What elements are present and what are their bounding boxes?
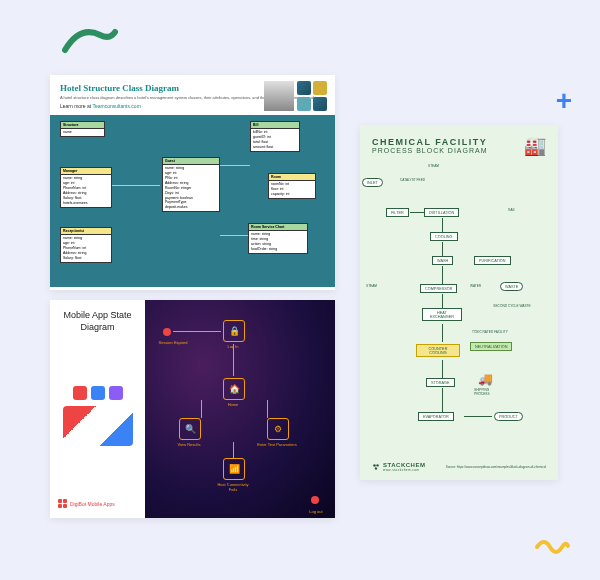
state-wifi: 📶 bbox=[223, 458, 245, 480]
mobile-illustration bbox=[58, 333, 137, 499]
state-label-enter: Enter Test Parameters bbox=[257, 442, 297, 447]
decoration-squiggle-green bbox=[60, 20, 120, 60]
chem-header: CHEMICAL FACILITY PROCESS BLOCK DIAGRAM … bbox=[360, 125, 558, 160]
chem-node-filter: FILTER bbox=[386, 208, 409, 217]
state-label-session: Session Expired bbox=[153, 340, 193, 345]
chem-node-cooling: COOLING bbox=[430, 232, 458, 241]
chem-node-purification: PURIFICATION bbox=[474, 256, 511, 265]
chem-label-second-cycle: SECOND CYCLE WASTE bbox=[490, 304, 534, 308]
chem-label-steam2: STEAM bbox=[366, 284, 377, 288]
chem-node-waste: WASTE bbox=[500, 282, 523, 291]
building-photo-icon bbox=[264, 81, 294, 111]
chemical-diagram-card[interactable]: CHEMICAL FACILITY PROCESS BLOCK DIAGRAM … bbox=[360, 125, 558, 480]
chem-label-toxic: TOXIC RATED FACILITY bbox=[472, 330, 508, 334]
chem-label-catalyst: CATALYST FEED bbox=[400, 178, 425, 182]
chem-node-evaporator: EVAPORATOR bbox=[418, 412, 454, 421]
mobile-title: Mobile App State Diagram bbox=[58, 310, 137, 333]
molecule-icon bbox=[372, 463, 380, 471]
start-dot-icon bbox=[163, 328, 171, 336]
uml-class-room-service: Room Service Chartname: string time: str… bbox=[248, 223, 308, 254]
chem-node-inlet: INLET bbox=[362, 178, 383, 187]
state-label-view: View Results bbox=[169, 442, 209, 447]
gear-icon bbox=[73, 386, 87, 400]
chem-title: CHEMICAL FACILITY bbox=[372, 137, 546, 147]
state-label-home: Home bbox=[213, 402, 253, 407]
chem-credit: Source: https://www.conceptdraw.com/exam… bbox=[446, 465, 546, 469]
uml-class-manager: Managername: string age: int PhoneNum: i… bbox=[60, 167, 112, 207]
mobile-sidebar: Mobile App State Diagram DigiBot Mobile … bbox=[50, 300, 145, 518]
lightbulb-icon bbox=[109, 386, 123, 400]
state-view-result: 🔍 bbox=[179, 418, 201, 440]
mobile-state-canvas: Session Expired 🔒 Log In 🏠 Home 🔍 View R… bbox=[145, 300, 335, 518]
uml-class-guest: Guestname: string age: int PNo: int Addr… bbox=[162, 157, 220, 212]
decoration-squiggle-yellow bbox=[532, 532, 572, 562]
uml-class-bill: BillbillNo: int guestID: int total: floa… bbox=[250, 121, 300, 152]
chem-brand: STACKCHEM www.stackchem.com bbox=[372, 462, 425, 472]
factory-icon: 🏭 bbox=[524, 135, 546, 157]
chem-node-storage: STORAGE bbox=[426, 378, 455, 387]
chem-node-product: PRODUCT bbox=[494, 412, 523, 421]
chem-node-heat: HEAT EXCHANGER bbox=[422, 308, 462, 321]
chem-node-compressor: COMPRESSOR bbox=[420, 284, 457, 293]
state-login: 🔒 bbox=[223, 320, 245, 342]
mobile-brand: DigiBot Mobile Apps bbox=[58, 499, 137, 508]
chem-node-neutralization: NEUTRALIZATION bbox=[470, 342, 512, 351]
state-home: 🏠 bbox=[223, 378, 245, 400]
state-enter-test: ⚙ bbox=[267, 418, 289, 440]
brand-logo-icon bbox=[58, 499, 67, 508]
chem-node-counter-cooling: COUNTER COOLING bbox=[416, 344, 460, 357]
chem-subtitle: PROCESS BLOCK DIAGRAM bbox=[372, 147, 546, 154]
chem-footer: STACKCHEM www.stackchem.com Source: http… bbox=[372, 462, 546, 472]
people-illustration-icon bbox=[63, 406, 133, 446]
chem-node-wash: WASH bbox=[432, 256, 453, 265]
chem-label-steam: STEAM bbox=[428, 164, 439, 168]
chem-label-shipping: SHIPPING PROCESS bbox=[474, 388, 504, 396]
hotel-uml-canvas: Structurename Managername: string age: i… bbox=[50, 115, 335, 287]
hotel-header-icons bbox=[264, 81, 327, 111]
decoration-plus-icon: + bbox=[556, 85, 572, 117]
hotel-diagram-card[interactable]: Hotel Structure Class Diagram A hotel st… bbox=[50, 75, 335, 290]
uml-class-structure: Structurename bbox=[60, 121, 105, 137]
chem-node-distillation: DISTILLATION bbox=[424, 208, 459, 217]
chem-label-gas: GAS bbox=[508, 208, 515, 212]
hotel-header: Hotel Structure Class Diagram A hotel st… bbox=[50, 75, 335, 115]
uml-class-receptionist: Receptionistname: string age: int PhoneN… bbox=[60, 227, 112, 262]
state-label-logout: Log out bbox=[301, 509, 331, 514]
chem-label-water: WATER bbox=[470, 284, 481, 288]
mobile-diagram-card[interactable]: Mobile App State Diagram DigiBot Mobile … bbox=[50, 300, 335, 518]
chem-flow-canvas: STEAM INLET CATALYST FEED FILTER DISTILL… bbox=[360, 160, 558, 450]
uml-class-room: RoomroomNo: int floor: int capacity: int bbox=[268, 173, 316, 199]
end-dot-icon bbox=[311, 496, 319, 504]
state-label-wifi: Host Connectivity Fails bbox=[213, 482, 253, 492]
chat-icon bbox=[91, 386, 105, 400]
truck-icon: 🚚 bbox=[478, 372, 493, 386]
